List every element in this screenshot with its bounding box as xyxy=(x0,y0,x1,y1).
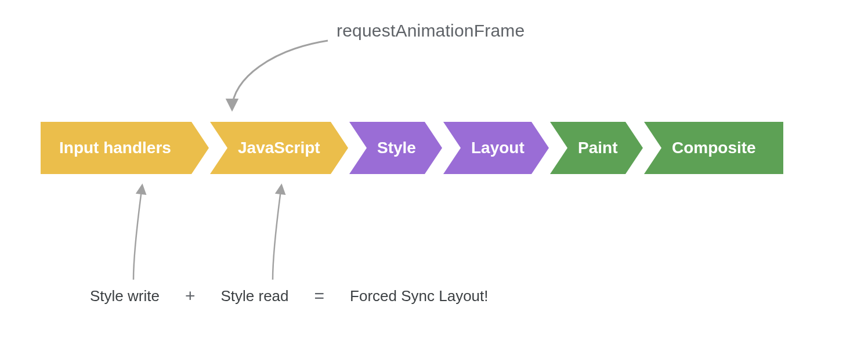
pipeline-diagram: requestAnimationFrame Input handlersJava… xyxy=(0,0,868,351)
equation-row: Style write + Style read = Forced Sync L… xyxy=(90,286,489,306)
stage-label: Paint xyxy=(550,139,634,157)
eq-style-read: Style read xyxy=(220,287,288,305)
eq-style-write: Style write xyxy=(90,287,160,305)
stage-paint: Paint xyxy=(550,122,643,174)
arrow-style-write xyxy=(133,186,142,280)
stage-label: Composite xyxy=(644,139,772,157)
stage-layout: Layout xyxy=(443,122,549,174)
eq-result: Forced Sync Layout! xyxy=(350,287,488,305)
stage-label: Input handlers xyxy=(41,139,187,157)
stage-label: Style xyxy=(349,139,432,157)
arrow-style-read xyxy=(273,186,281,280)
raf-annotation: requestAnimationFrame xyxy=(337,21,525,41)
stage-label: JavaScript xyxy=(210,139,337,157)
stage-composite: Composite xyxy=(644,122,783,174)
stage-label: Layout xyxy=(443,139,541,157)
arrow-raf xyxy=(232,41,328,109)
eq-plus: + xyxy=(185,286,196,306)
stage-javascript: JavaScript xyxy=(210,122,348,174)
stage-input-handlers: Input handlers xyxy=(41,122,209,174)
pipeline-row: Input handlersJavaScriptStyleLayoutPaint… xyxy=(41,122,784,174)
stage-style: Style xyxy=(349,122,442,174)
eq-equals: = xyxy=(314,286,325,306)
